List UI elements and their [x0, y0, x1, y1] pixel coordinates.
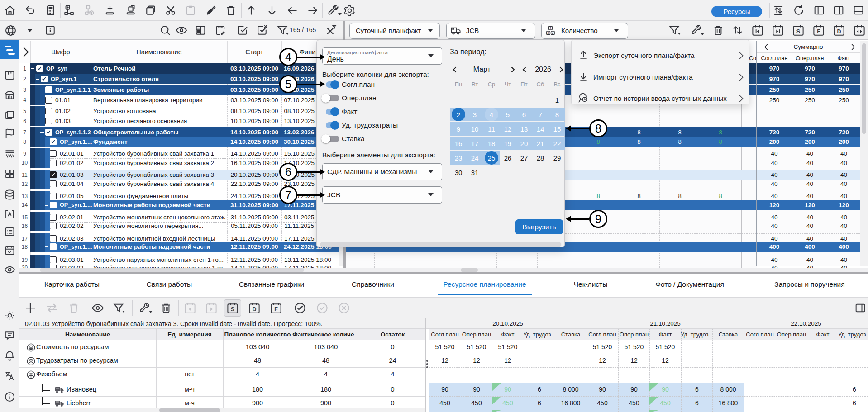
svg-text:D: D [837, 28, 841, 35]
svg-text:3: 3 [552, 31, 553, 34]
svg-text:S: S [796, 28, 800, 35]
svg-text:F: F [274, 306, 278, 313]
svg-text:1: 1 [549, 27, 551, 30]
svg-text:2: 2 [548, 31, 549, 34]
svg-text:D: D [252, 306, 256, 313]
svg-text:S: S [231, 306, 234, 313]
svg-text:F: F [817, 28, 820, 35]
